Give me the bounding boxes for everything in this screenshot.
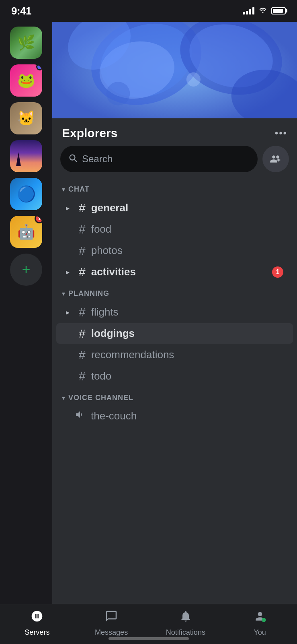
you-icon <box>254 610 266 626</box>
svg-point-8 <box>186 72 201 87</box>
server-sidebar: 1 <box>0 22 52 604</box>
flights-hash-icon: # <box>79 306 86 318</box>
nav-item-notifications[interactable]: Notifications <box>160 610 212 637</box>
channel-name-recommendations: recommendations <box>91 349 283 361</box>
channel-name-activities: activities <box>91 266 266 278</box>
chat-section-header[interactable]: ▾ CHAT <box>52 179 297 197</box>
channel-item-todo[interactable]: ▸ # todo <box>56 366 293 386</box>
todo-hash-icon: # <box>79 370 86 382</box>
food-hash-icon: # <box>79 223 86 235</box>
server-icon-frog[interactable] <box>10 64 42 97</box>
frog-notification-dot <box>36 64 42 70</box>
messages-label: Messages <box>95 628 128 637</box>
activities-unread-badge: 1 <box>272 266 283 278</box>
activities-hash-icon: # <box>79 266 86 278</box>
server-icon-robot[interactable]: 1 <box>10 216 42 248</box>
planning-section-label: PLANNING <box>68 289 109 298</box>
you-label: You <box>254 628 266 637</box>
activities-arrow-icon: ▸ <box>66 268 73 277</box>
banner-art <box>52 22 297 118</box>
channel-list: ▾ CHAT ▸ # general ▸ # food ▸ # photos <box>52 179 297 604</box>
general-hash-icon: # <box>79 202 86 214</box>
svg-point-12 <box>262 618 266 622</box>
servers-icon <box>31 610 43 626</box>
svg-line-11 <box>74 159 76 161</box>
channel-item-general[interactable]: ▸ # general <box>56 198 293 218</box>
flights-arrow-icon: ▸ <box>66 308 73 317</box>
nav-item-servers[interactable]: Servers <box>11 610 63 637</box>
battery-icon <box>271 7 286 14</box>
voice-chevron-icon: ▾ <box>62 394 65 402</box>
channel-name-food: food <box>91 223 283 235</box>
server-icon-cat[interactable] <box>10 102 42 134</box>
channel-name-photos: photos <box>91 244 283 257</box>
channel-item-photos[interactable]: ▸ # photos <box>56 240 293 261</box>
add-member-button[interactable] <box>262 146 289 172</box>
server-header: Explorers ••• <box>52 118 297 146</box>
channel-item-recommendations[interactable]: ▸ # recommendations <box>56 345 293 365</box>
app-container: 1 <box>0 22 297 604</box>
home-indicator <box>109 637 189 640</box>
robot-notification-badge: 1 <box>35 216 42 223</box>
search-placeholder: Search <box>82 153 113 165</box>
nav-item-you[interactable]: You <box>234 610 286 637</box>
channel-name-general: general <box>91 202 283 214</box>
notifications-icon <box>179 610 192 626</box>
channel-item-the-couch[interactable]: ▸ the-couch <box>52 405 297 427</box>
server-name: Explorers <box>62 126 117 140</box>
channel-name-lodgings: lodgings <box>91 327 283 340</box>
notifications-label: Notifications <box>166 628 205 637</box>
search-bar[interactable]: Search <box>60 146 258 172</box>
status-time: 9:41 <box>11 5 31 17</box>
messages-icon <box>105 610 118 626</box>
general-arrow-icon: ▸ <box>66 204 73 213</box>
signal-icon <box>243 7 254 14</box>
channel-item-lodgings[interactable]: ▸ # lodgings <box>56 323 293 344</box>
voice-section-header[interactable]: ▾ VOICE CHANNEL <box>52 387 297 405</box>
search-icon <box>68 153 77 165</box>
status-icons <box>243 7 286 15</box>
speaker-icon <box>75 409 85 423</box>
channel-name-todo: todo <box>91 370 283 382</box>
wifi-icon <box>258 7 267 15</box>
server-icon-blue[interactable] <box>10 178 42 210</box>
lodgings-hash-icon: # <box>79 328 86 340</box>
channel-item-food[interactable]: ▸ # food <box>56 219 293 239</box>
channel-item-flights[interactable]: ▸ # flights <box>56 302 293 322</box>
svg-point-9 <box>107 82 130 105</box>
channel-panel: Explorers ••• Search <box>52 22 297 604</box>
channel-name-flights: flights <box>91 306 283 318</box>
search-container: Search <box>52 146 297 179</box>
nav-item-messages[interactable]: Messages <box>85 610 137 637</box>
chat-section-label: CHAT <box>68 185 90 194</box>
chat-chevron-icon: ▾ <box>62 186 65 193</box>
more-options-button[interactable]: ••• <box>275 128 287 139</box>
channel-item-activities[interactable]: ▸ # activities 1 <box>56 262 293 282</box>
photos-hash-icon: # <box>79 245 86 257</box>
server-icon-nature[interactable] <box>10 27 42 59</box>
server-banner <box>52 22 297 118</box>
server-icon-sunset[interactable] <box>10 140 42 172</box>
channel-name-the-couch: the-couch <box>91 410 137 422</box>
recommendations-hash-icon: # <box>79 349 86 361</box>
voice-section-label: VOICE CHANNEL <box>68 394 133 402</box>
servers-label: Servers <box>25 628 49 637</box>
add-server-button[interactable] <box>10 254 42 286</box>
status-bar: 9:41 <box>0 0 297 22</box>
planning-section-header[interactable]: ▾ PLANNING <box>52 283 297 301</box>
planning-chevron-icon: ▾ <box>62 290 65 297</box>
